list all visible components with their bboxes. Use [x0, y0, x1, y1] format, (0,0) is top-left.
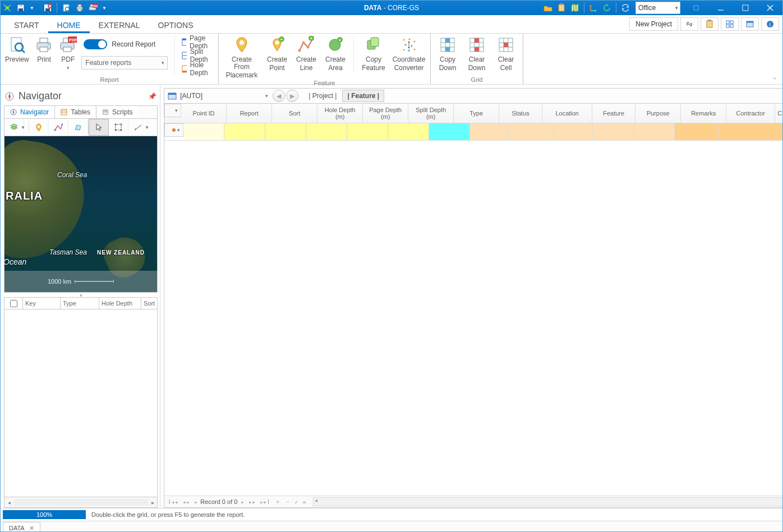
- tab-home[interactable]: HOME: [48, 17, 90, 33]
- nav-prev[interactable]: ◂: [192, 499, 198, 505]
- layout-icon[interactable]: [721, 17, 739, 31]
- col-key[interactable]: Key: [23, 298, 61, 309]
- page-depth-button[interactable]: Page Depth: [178, 36, 214, 48]
- sync-icon[interactable]: [619, 1, 632, 15]
- pdf-button[interactable]: PDF PDF ▼: [59, 35, 77, 72]
- window-maximize[interactable]: [733, 1, 758, 15]
- window-icon[interactable]: [741, 17, 759, 31]
- coordinate-converter-button[interactable]: CoordinateConverter: [392, 35, 426, 72]
- copy-feature-button[interactable]: CopyFeature: [360, 35, 388, 72]
- save-dropdown[interactable]: ▼: [25, 1, 41, 15]
- window-close[interactable]: [758, 1, 782, 15]
- col-status[interactable]: Status: [499, 104, 542, 123]
- paste-icon[interactable]: [701, 17, 718, 31]
- create-point-button[interactable]: + CreatePoint: [265, 35, 289, 72]
- col-type[interactable]: Type: [454, 104, 499, 123]
- record-report-toggle[interactable]: [84, 39, 107, 49]
- col-contractor[interactable]: Contractor: [726, 104, 775, 123]
- row-selector-header[interactable]: [164, 104, 181, 117]
- measure-dropdown[interactable]: ▼: [145, 125, 153, 130]
- col-crew[interactable]: Crew: [775, 104, 783, 123]
- axes-icon[interactable]: [587, 1, 600, 15]
- refresh-icon[interactable]: [600, 1, 614, 15]
- extent-tool-icon[interactable]: [109, 119, 128, 135]
- nav-first[interactable]: ǀ◂◂: [167, 499, 179, 505]
- clear-down-button[interactable]: ClearDown: [464, 35, 489, 72]
- col-location[interactable]: Location: [542, 104, 592, 123]
- window-minimize[interactable]: [708, 1, 733, 15]
- layers-dropdown[interactable]: ▼: [21, 125, 29, 130]
- map-icon[interactable]: [568, 1, 582, 15]
- clipboard-icon[interactable]: [555, 1, 568, 15]
- nav-prev-page[interactable]: ◂◂: [181, 499, 190, 505]
- link-icon[interactable]: [680, 17, 698, 31]
- create-from-placemark-button[interactable]: Create FromPlacemark: [223, 35, 260, 79]
- quick-preview-icon[interactable]: [59, 1, 73, 15]
- col-hole[interactable]: Hole Depth: [99, 298, 141, 309]
- nav-commit[interactable]: ✓: [294, 499, 300, 505]
- tab-start[interactable]: START: [5, 17, 48, 33]
- report-type-combo[interactable]: Feature reports: [81, 56, 168, 70]
- create-line-button[interactable]: + CreateLine: [294, 35, 319, 72]
- col-feature[interactable]: Feature: [592, 104, 635, 123]
- nav-back-button[interactable]: ◀: [273, 90, 285, 102]
- nav-tab-tables[interactable]: Tables: [55, 106, 96, 118]
- tab-feature[interactable]: | Feature |: [342, 90, 384, 102]
- nav-next-page[interactable]: ▸▸: [247, 499, 256, 505]
- close-icon[interactable]: ✕: [29, 525, 34, 532]
- nav-tab-navigator[interactable]: Navigator: [4, 106, 55, 118]
- pin-marker-icon[interactable]: [29, 119, 49, 135]
- grid-hscroll[interactable]: [313, 497, 783, 506]
- auto-dropdown-icon[interactable]: ▾: [262, 93, 271, 99]
- nav-add[interactable]: ＋: [274, 498, 282, 506]
- polygon-tool-icon[interactable]: [68, 119, 88, 135]
- ribbon-collapse-icon[interactable]: ⌃: [772, 77, 777, 83]
- auto-combo[interactable]: [AUTO]: [165, 90, 261, 101]
- nav-next[interactable]: ▸: [239, 499, 245, 505]
- new-project-button[interactable]: New Project: [629, 17, 678, 31]
- clear-cell-button[interactable]: ClearCell: [494, 35, 518, 72]
- col-split-depth[interactable]: Split Depth (m): [408, 104, 454, 123]
- col-report[interactable]: Report: [227, 104, 272, 123]
- nav-last[interactable]: ▸▸ǀ: [259, 499, 271, 505]
- quick-print-icon[interactable]: [73, 1, 86, 15]
- line-tool-icon[interactable]: [49, 119, 68, 135]
- app-icon[interactable]: [1, 1, 14, 15]
- col-sort[interactable]: Sort: [272, 104, 317, 123]
- split-depth-button[interactable]: Split Depth: [178, 49, 214, 62]
- col-page-depth[interactable]: Page Depth (m): [363, 104, 408, 123]
- pointer-tool-icon[interactable]: [89, 119, 109, 136]
- quick-pdf-dropdown[interactable]: ▼: [98, 1, 113, 15]
- hole-depth-button[interactable]: Hole Depth: [178, 63, 214, 75]
- save-close-icon[interactable]: [41, 1, 54, 15]
- nav-remove[interactable]: －: [284, 498, 292, 506]
- preview-button[interactable]: Preview: [5, 35, 29, 63]
- map-view[interactable]: Coral Sea RALIA Tasman Sea NEW ZEALAND O…: [4, 136, 158, 293]
- mode-combo[interactable]: Office: [635, 2, 680, 14]
- col-purpose[interactable]: Purpose: [635, 104, 681, 123]
- create-area-button[interactable]: + CreateArea: [323, 35, 348, 72]
- copy-down-button[interactable]: CopyDown: [435, 35, 460, 72]
- new-row[interactable]: [164, 123, 783, 141]
- window-expand-icon[interactable]: [684, 1, 708, 15]
- col-remarks[interactable]: Remarks: [681, 104, 726, 123]
- col-type[interactable]: Type: [61, 298, 99, 309]
- folder-icon[interactable]: [541, 1, 555, 15]
- mini-grid-checkbox[interactable]: [4, 298, 23, 309]
- tab-external[interactable]: EXTERNAL: [90, 17, 149, 33]
- mini-grid-body[interactable]: [4, 309, 158, 497]
- nav-tab-scripts[interactable]: Scripts: [96, 106, 139, 118]
- tab-options[interactable]: OPTIONS: [149, 17, 202, 33]
- print-button[interactable]: Print: [34, 35, 55, 63]
- info-icon[interactable]: i: [761, 17, 779, 31]
- col-hole-depth[interactable]: Hole Depth (m): [317, 104, 363, 123]
- nav-fwd-button[interactable]: ▶: [286, 90, 298, 102]
- nav-cancel[interactable]: ✕: [302, 499, 307, 505]
- pin-icon[interactable]: 📌: [148, 92, 156, 100]
- doc-tab-data[interactable]: DATA✕: [3, 522, 40, 532]
- splitter-grip[interactable]: ▾: [4, 293, 158, 297]
- col-sort[interactable]: Sort: [141, 298, 157, 309]
- mini-grid-scrollbar[interactable]: ◂▸: [4, 497, 158, 508]
- tab-project[interactable]: | Project |: [304, 90, 341, 101]
- col-point-id[interactable]: Point ID: [181, 104, 227, 123]
